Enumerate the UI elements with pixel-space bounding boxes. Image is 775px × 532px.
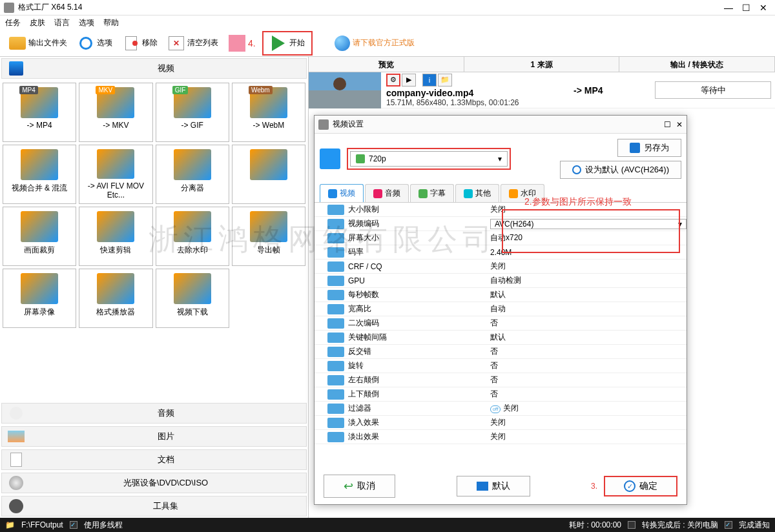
param-value[interactable]: 自动x720: [490, 232, 687, 243]
format-tile[interactable]: 视频合并 & 混流: [3, 145, 76, 204]
param-row[interactable]: 屏幕大小自动x720: [315, 231, 687, 245]
params-list: 大小限制关闭视频编码AVC(H264) ▾屏幕大小自动x720码率2.40MCR…: [315, 203, 687, 468]
notify-label: 完成通知: [739, 520, 770, 531]
param-value[interactable]: 自动检测: [490, 275, 687, 286]
param-row[interactable]: 反交错否: [315, 345, 687, 359]
default-button[interactable]: 默认: [457, 476, 530, 496]
param-row[interactable]: 码率2.40M: [315, 245, 687, 260]
format-tile[interactable]: MP4-> MP4: [3, 83, 76, 142]
format-tile[interactable]: 格式播放器: [79, 269, 152, 328]
param-value[interactable]: 关闭: [490, 431, 687, 442]
param-value[interactable]: 关闭: [490, 417, 687, 428]
param-value[interactable]: 默认: [490, 332, 687, 343]
param-row[interactable]: 视频编码AVC(H264) ▾: [315, 217, 687, 231]
remove-button[interactable]: 移除: [119, 34, 161, 53]
param-row[interactable]: 每秒帧数默认: [315, 288, 687, 302]
param-row[interactable]: CRF / CQ关闭: [315, 260, 687, 274]
format-tile[interactable]: [232, 145, 305, 204]
clear-list-button[interactable]: ✕清空列表: [164, 34, 222, 53]
param-row[interactable]: 旋转否: [315, 359, 687, 373]
format-tile[interactable]: Webm-> WebM: [232, 83, 305, 142]
dialog-maximize[interactable]: ☐: [664, 120, 671, 129]
param-value[interactable]: AVC(H264) ▾: [490, 219, 687, 229]
param-row[interactable]: 关键帧间隔默认: [315, 331, 687, 345]
param-row[interactable]: 淡出效果关闭: [315, 430, 687, 444]
format-tile[interactable]: 去除水印: [156, 207, 229, 266]
param-value[interactable]: 否: [490, 318, 687, 329]
tab-audio[interactable]: 音频: [365, 184, 409, 202]
dialog-close[interactable]: ✕: [676, 120, 683, 129]
param-row[interactable]: 淡入效果关闭: [315, 416, 687, 430]
set-default-button[interactable]: 设为默认 (AVC(H264)): [560, 161, 681, 179]
section-audio[interactable]: 音频: [1, 403, 307, 424]
tab-watermark[interactable]: 水印: [501, 184, 544, 202]
output-folder-button[interactable]: 输出文件夹: [5, 34, 71, 53]
param-value[interactable]: 默认: [490, 289, 687, 300]
param-value[interactable]: 否: [490, 346, 687, 357]
download-link[interactable]: 请下载官方正式版: [331, 34, 418, 52]
param-row[interactable]: GPU自动检测: [315, 274, 687, 288]
file-preview-button[interactable]: ▶: [402, 74, 416, 87]
format-tile[interactable]: MKV-> MKV: [79, 83, 152, 142]
format-tile[interactable]: -> AVI FLV MOV Etc...: [79, 145, 152, 204]
format-tile[interactable]: GIF-> GIF: [156, 83, 229, 142]
menu-lang[interactable]: 语言: [54, 17, 70, 28]
menu-options[interactable]: 选项: [79, 17, 94, 28]
ok-button[interactable]: ✓确定: [604, 476, 677, 496]
format-tile[interactable]: 屏幕录像: [3, 269, 76, 328]
section-video[interactable]: 视频: [1, 58, 307, 79]
param-value[interactable]: 关闭: [490, 204, 687, 215]
param-value[interactable]: 否: [490, 374, 687, 385]
param-row[interactable]: 上下颠倒否: [315, 387, 687, 402]
after-checkbox[interactable]: [628, 521, 636, 529]
tab-subtitle[interactable]: 字幕: [410, 184, 454, 202]
format-tile[interactable]: 快速剪辑: [79, 207, 152, 266]
format-tile[interactable]: 画面裁剪: [3, 207, 76, 266]
section-document[interactable]: 文档: [1, 449, 307, 470]
param-value[interactable]: 否: [490, 360, 687, 371]
param-row[interactable]: 二次编码否: [315, 316, 687, 331]
menu-help[interactable]: 帮助: [103, 17, 119, 28]
param-value[interactable]: 2.40M: [490, 248, 687, 257]
maximize-button[interactable]: ☐: [742, 3, 750, 13]
default-icon: [477, 482, 488, 491]
tab-other[interactable]: 其他: [455, 184, 499, 202]
param-row[interactable]: 大小限制关闭: [315, 203, 687, 217]
file-settings-button[interactable]: ⚙: [386, 74, 400, 87]
param-label: 视频编码: [348, 218, 490, 229]
file-row[interactable]: ⚙ ▶ i 📁 company-video.mp4 15.71M, 856x48…: [309, 72, 775, 108]
menu-task[interactable]: 任务: [5, 17, 21, 28]
section-tools[interactable]: 工具集: [1, 496, 307, 517]
notify-checkbox[interactable]: [725, 521, 732, 529]
param-value[interactable]: 关闭: [490, 261, 687, 272]
close-button[interactable]: ✕: [760, 3, 767, 13]
start-button[interactable]: 开始: [266, 34, 309, 53]
param-row[interactable]: 左右颠倒否: [315, 373, 687, 387]
menu-skin[interactable]: 皮肤: [30, 17, 45, 28]
file-folder-button[interactable]: 📁: [438, 74, 452, 87]
param-value[interactable]: 否: [490, 389, 687, 400]
param-icon: [327, 432, 344, 442]
video-tab-icon: [328, 189, 337, 198]
file-info-button[interactable]: i: [422, 74, 437, 87]
save-icon: [630, 143, 640, 153]
format-tile[interactable]: 视频下载: [156, 269, 229, 328]
stop-button[interactable]: 4.: [225, 34, 260, 53]
tab-video[interactable]: 视频: [320, 184, 364, 202]
multithread-checkbox[interactable]: [70, 521, 78, 529]
minimize-button[interactable]: —: [724, 3, 733, 13]
param-row[interactable]: 宽高比自动: [315, 302, 687, 316]
param-icon: [327, 290, 344, 300]
preset-dropdown[interactable]: 720p ▾: [350, 151, 508, 167]
section-picture[interactable]: 图片: [1, 426, 307, 447]
cancel-button[interactable]: ↩取消: [324, 475, 395, 498]
save-as-button[interactable]: 另存为: [617, 139, 681, 157]
options-button[interactable]: 选项: [74, 34, 116, 53]
param-row[interactable]: 过滤器off关闭: [315, 402, 687, 416]
format-tile[interactable]: 导出帧: [232, 207, 305, 266]
format-tile[interactable]: 分离器: [156, 145, 229, 204]
param-value[interactable]: off关闭: [490, 403, 687, 414]
section-disc[interactable]: 光驱设备\DVD\CD\ISO: [1, 473, 307, 493]
param-value[interactable]: 自动: [490, 303, 687, 314]
file-info: 15.71M, 856x480, 1.33Mbps, 00:01:26: [386, 98, 519, 107]
